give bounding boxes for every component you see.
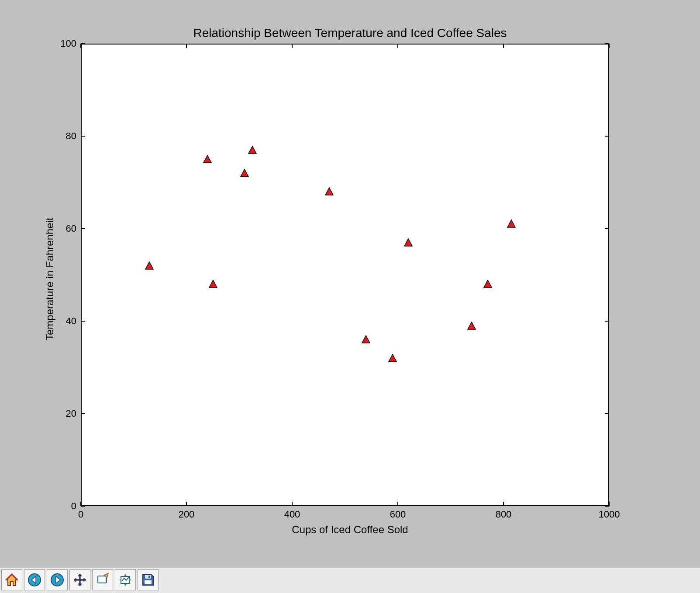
x-tick-label: 1000	[599, 509, 620, 520]
y-tick-mark	[81, 136, 85, 137]
y-tick-label: 100	[60, 38, 76, 49]
y-tick-mark	[605, 413, 609, 414]
arrow-left-icon	[27, 572, 42, 587]
x-tick-mark	[503, 44, 504, 48]
back-button[interactable]	[24, 569, 45, 590]
arrow-right-icon	[50, 572, 65, 587]
triangle-up-icon	[240, 169, 249, 178]
move-icon	[72, 572, 87, 587]
triangle-up-icon	[507, 219, 516, 228]
x-tick-mark	[186, 502, 187, 506]
zoom-rect-icon	[95, 572, 110, 587]
triangle-up-icon	[248, 146, 257, 154]
triangle-up-icon	[203, 155, 212, 164]
y-tick-mark	[81, 43, 85, 44]
triangle-up-icon	[388, 354, 397, 363]
y-tick-mark	[605, 321, 609, 322]
x-tick-label: 600	[390, 509, 406, 520]
triangle-up-icon	[362, 335, 370, 344]
x-tick-mark	[80, 44, 81, 48]
x-tick-mark	[609, 44, 610, 48]
save-button[interactable]	[138, 569, 159, 590]
forward-button[interactable]	[47, 569, 68, 590]
y-tick-label: 20	[66, 408, 76, 419]
triangle-up-icon	[145, 261, 154, 270]
x-tick-label: 400	[284, 509, 300, 520]
plot-axes	[81, 44, 609, 506]
y-tick-mark	[605, 43, 609, 44]
y-tick-label: 80	[66, 130, 76, 142]
triangle-up-icon	[404, 238, 413, 247]
y-tick-mark	[81, 506, 85, 507]
chart-title: Relationship Between Temperature and Ice…	[0, 26, 700, 40]
y-tick-mark	[605, 136, 609, 137]
y-tick-label: 60	[66, 223, 76, 234]
svg-rect-6	[148, 576, 150, 578]
x-axis-label: Cups of Iced Coffee Sold	[0, 524, 700, 536]
y-axis-label: Temperature in Fahrenheit	[44, 218, 56, 340]
home-icon	[4, 572, 19, 587]
subplots-button[interactable]	[115, 569, 136, 590]
svg-rect-5	[145, 575, 151, 579]
home-button[interactable]	[1, 569, 22, 590]
svg-rect-7	[145, 580, 152, 584]
y-tick-mark	[81, 413, 85, 414]
y-tick-mark	[605, 506, 609, 507]
y-tick-mark	[81, 321, 85, 322]
x-tick-label: 0	[78, 509, 83, 520]
zoom-button[interactable]	[92, 569, 113, 590]
x-tick-mark	[397, 44, 398, 48]
save-icon	[141, 572, 155, 587]
matplotlib-toolbar	[1, 569, 159, 591]
triangle-up-icon	[483, 280, 492, 288]
x-tick-label: 800	[496, 509, 512, 520]
x-tick-mark	[397, 502, 398, 506]
triangle-up-icon	[467, 322, 476, 330]
x-tick-mark	[292, 44, 293, 48]
pan-button[interactable]	[69, 569, 90, 590]
y-tick-label: 40	[66, 315, 76, 327]
subplots-icon	[118, 572, 133, 587]
triangle-up-icon	[209, 280, 217, 288]
y-tick-mark	[81, 228, 85, 229]
triangle-up-icon	[325, 187, 334, 196]
y-tick-mark	[605, 228, 609, 229]
x-tick-mark	[186, 44, 187, 48]
y-tick-label: 0	[71, 500, 76, 512]
svg-rect-3	[99, 577, 105, 582]
figure-canvas: Relationship Between Temperature and Ice…	[0, 0, 700, 568]
x-tick-mark	[292, 502, 293, 506]
x-tick-label: 200	[179, 509, 195, 520]
x-tick-mark	[503, 502, 504, 506]
